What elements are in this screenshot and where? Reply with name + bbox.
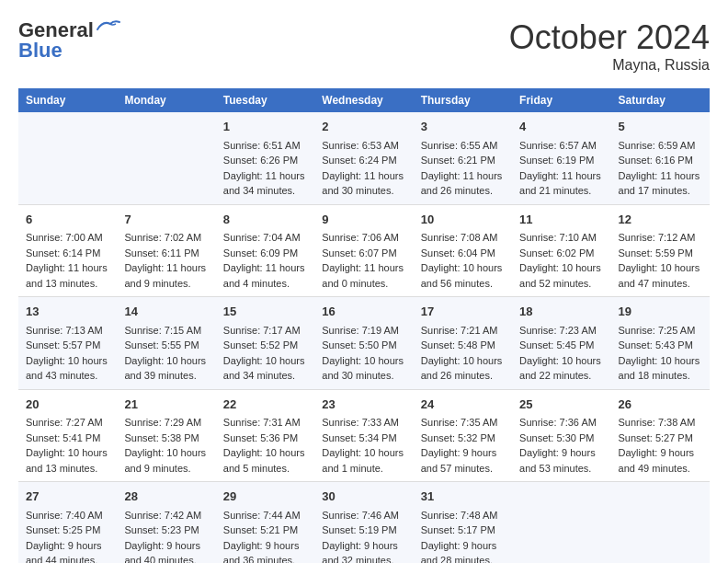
sunrise-text: Sunrise: 7:29 AM	[124, 415, 208, 431]
sunrise-text: Sunrise: 7:23 AM	[519, 323, 603, 339]
sunrise-text: Sunrise: 7:27 AM	[26, 415, 109, 431]
day-cell: 5Sunrise: 6:59 AMSunset: 6:16 PMDaylight…	[611, 112, 710, 204]
day-cell: 6Sunrise: 7:00 AMSunset: 6:14 PMDaylight…	[18, 204, 117, 297]
sunset-text: Sunset: 5:57 PM	[26, 338, 109, 353]
day-number: 13	[26, 303, 109, 321]
day-cell: 2Sunrise: 6:53 AMSunset: 6:24 PMDaylight…	[314, 112, 413, 204]
sunset-text: Sunset: 5:52 PM	[223, 338, 307, 353]
sunset-text: Sunset: 6:09 PM	[223, 246, 307, 261]
daylight-text: Daylight: 9 hours and 53 minutes.	[519, 445, 603, 476]
day-cell: 4Sunrise: 6:57 AMSunset: 6:19 PMDaylight…	[512, 112, 610, 204]
day-number: 8	[223, 211, 307, 229]
day-number: 14	[124, 303, 208, 321]
sunset-text: Sunset: 5:30 PM	[519, 431, 603, 446]
day-number: 3	[421, 118, 505, 136]
day-cell	[18, 112, 117, 204]
sunset-text: Sunset: 5:32 PM	[421, 431, 505, 446]
day-cell: 19Sunrise: 7:25 AMSunset: 5:43 PMDayligh…	[611, 297, 710, 390]
week-row-2: 6Sunrise: 7:00 AMSunset: 6:14 PMDaylight…	[18, 204, 710, 297]
sunset-text: Sunset: 5:38 PM	[124, 431, 208, 446]
sunrise-text: Sunrise: 7:10 AM	[519, 230, 603, 246]
sunrise-text: Sunrise: 7:48 AM	[421, 508, 505, 523]
daylight-text: Daylight: 9 hours and 49 minutes.	[619, 445, 702, 476]
sunrise-text: Sunrise: 7:40 AM	[26, 508, 109, 523]
day-number: 9	[322, 211, 405, 229]
sunrise-text: Sunrise: 7:08 AM	[421, 230, 505, 246]
day-number: 31	[421, 488, 505, 506]
sunrise-text: Sunrise: 6:53 AM	[322, 138, 405, 154]
daylight-text: Daylight: 10 hours and 39 minutes.	[124, 353, 208, 384]
daylight-text: Daylight: 10 hours and 26 minutes.	[421, 353, 505, 384]
header-sunday: Sunday	[18, 88, 117, 112]
week-row-1: 1Sunrise: 6:51 AMSunset: 6:26 PMDaylight…	[18, 112, 710, 204]
day-cell: 23Sunrise: 7:33 AMSunset: 5:34 PMDayligh…	[314, 389, 413, 482]
daylight-text: Daylight: 11 hours and 0 minutes.	[322, 260, 405, 291]
daylight-text: Daylight: 10 hours and 13 minutes.	[26, 445, 109, 476]
sunset-text: Sunset: 5:43 PM	[619, 338, 702, 353]
sunrise-text: Sunrise: 7:02 AM	[124, 230, 208, 246]
location: Mayna, Russia	[509, 57, 710, 74]
daylight-text: Daylight: 9 hours and 44 minutes.	[26, 538, 109, 564]
sunrise-text: Sunrise: 7:06 AM	[322, 230, 405, 246]
sunset-text: Sunset: 6:14 PM	[26, 246, 109, 261]
day-number: 23	[322, 396, 405, 414]
sunset-text: Sunset: 5:34 PM	[322, 431, 405, 446]
day-cell: 13Sunrise: 7:13 AMSunset: 5:57 PMDayligh…	[18, 297, 117, 390]
daylight-text: Daylight: 10 hours and 43 minutes.	[26, 353, 109, 384]
logo-bird-icon	[96, 18, 121, 35]
sunrise-text: Sunrise: 7:42 AM	[124, 508, 208, 523]
sunrise-text: Sunrise: 7:00 AM	[26, 230, 109, 246]
sunrise-text: Sunrise: 6:51 AM	[223, 138, 307, 154]
week-row-5: 27Sunrise: 7:40 AMSunset: 5:25 PMDayligh…	[18, 482, 710, 564]
day-number: 16	[322, 303, 405, 321]
day-number: 2	[322, 118, 405, 136]
daylight-text: Daylight: 9 hours and 36 minutes.	[223, 538, 307, 564]
day-cell: 10Sunrise: 7:08 AMSunset: 6:04 PMDayligh…	[414, 204, 512, 297]
day-cell: 21Sunrise: 7:29 AMSunset: 5:38 PMDayligh…	[117, 389, 215, 482]
day-number: 7	[124, 211, 208, 229]
sunset-text: Sunset: 5:25 PM	[26, 523, 109, 538]
header-saturday: Saturday	[611, 88, 710, 112]
day-number: 17	[421, 303, 505, 321]
sunset-text: Sunset: 5:27 PM	[619, 431, 702, 446]
daylight-text: Daylight: 11 hours and 9 minutes.	[124, 260, 208, 291]
day-cell: 25Sunrise: 7:36 AMSunset: 5:30 PMDayligh…	[512, 389, 610, 482]
title-block: October 2024 Mayna, Russia	[509, 18, 710, 74]
day-number: 1	[223, 118, 307, 136]
sunset-text: Sunset: 5:48 PM	[421, 338, 505, 353]
sunrise-text: Sunrise: 6:59 AM	[619, 138, 702, 154]
daylight-text: Daylight: 11 hours and 34 minutes.	[223, 168, 307, 199]
sunset-text: Sunset: 5:17 PM	[421, 523, 505, 538]
day-cell: 9Sunrise: 7:06 AMSunset: 6:07 PMDaylight…	[314, 204, 413, 297]
day-cell: 26Sunrise: 7:38 AMSunset: 5:27 PMDayligh…	[611, 389, 710, 482]
sunset-text: Sunset: 5:55 PM	[124, 338, 208, 353]
sunrise-text: Sunrise: 7:36 AM	[519, 415, 603, 431]
daylight-text: Daylight: 9 hours and 32 minutes.	[322, 538, 405, 564]
sunrise-text: Sunrise: 7:17 AM	[223, 323, 307, 339]
page-header: General Blue October 2024 Mayna, Russia	[18, 18, 710, 74]
week-row-3: 13Sunrise: 7:13 AMSunset: 5:57 PMDayligh…	[18, 297, 710, 390]
day-cell: 18Sunrise: 7:23 AMSunset: 5:45 PMDayligh…	[512, 297, 610, 390]
sunrise-text: Sunrise: 7:19 AM	[322, 323, 405, 339]
header-monday: Monday	[117, 88, 215, 112]
daylight-text: Daylight: 10 hours and 9 minutes.	[124, 445, 208, 476]
daylight-text: Daylight: 10 hours and 47 minutes.	[619, 260, 702, 291]
calendar-header: SundayMondayTuesdayWednesdayThursdayFrid…	[18, 88, 710, 112]
daylight-text: Daylight: 10 hours and 52 minutes.	[519, 260, 603, 291]
day-number: 27	[26, 488, 109, 506]
daylight-text: Daylight: 10 hours and 18 minutes.	[619, 353, 702, 384]
sunset-text: Sunset: 6:16 PM	[619, 153, 702, 168]
day-number: 21	[124, 396, 208, 414]
sunrise-text: Sunrise: 7:04 AM	[223, 230, 307, 246]
daylight-text: Daylight: 11 hours and 21 minutes.	[519, 168, 603, 199]
sunrise-text: Sunrise: 7:13 AM	[26, 323, 109, 339]
daylight-text: Daylight: 10 hours and 5 minutes.	[223, 445, 307, 476]
sunset-text: Sunset: 5:19 PM	[322, 523, 405, 538]
sunset-text: Sunset: 5:21 PM	[223, 523, 307, 538]
header-thursday: Thursday	[414, 88, 512, 112]
day-number: 18	[519, 303, 603, 321]
day-cell: 11Sunrise: 7:10 AMSunset: 6:02 PMDayligh…	[512, 204, 610, 297]
day-number: 15	[223, 303, 307, 321]
day-number: 24	[421, 396, 505, 414]
day-number: 10	[421, 211, 505, 229]
